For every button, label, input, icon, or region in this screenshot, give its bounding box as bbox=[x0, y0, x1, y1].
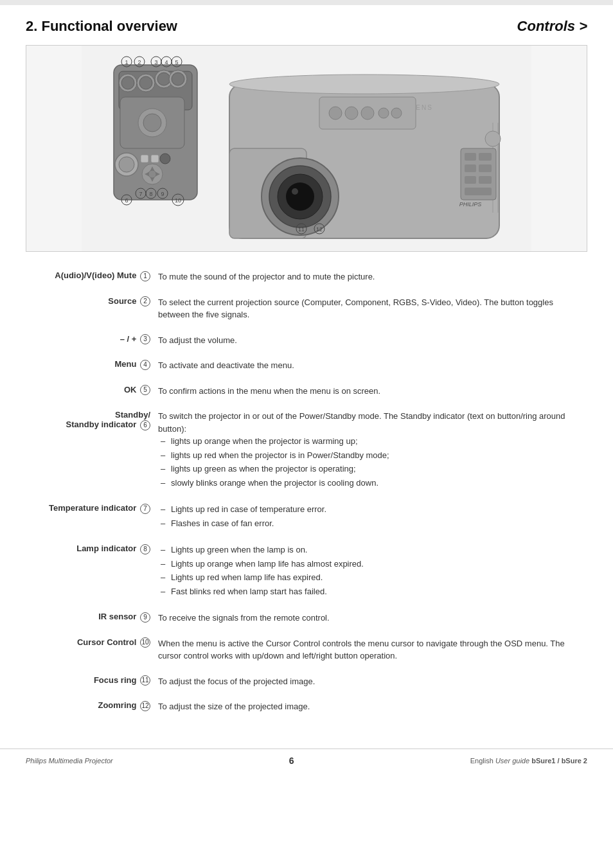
svg-text:6: 6 bbox=[125, 197, 128, 204]
ctrl-label-4: Menu 4 bbox=[26, 356, 154, 375]
svg-text:5: 5 bbox=[175, 59, 178, 66]
remote-panel: 1 2 3 4 5 bbox=[114, 57, 197, 206]
footer-left: Philips Multimedia Projector bbox=[26, 757, 113, 765]
svg-point-23 bbox=[143, 114, 161, 132]
table-row: – / + 3 To adjust the volume. bbox=[26, 331, 587, 350]
svg-rect-26 bbox=[141, 155, 148, 163]
ctrl-desc-8: Lights up green when the lamp is on. Lig… bbox=[154, 540, 587, 602]
svg-point-18 bbox=[157, 73, 170, 85]
spacer-row bbox=[26, 628, 587, 634]
ctrl-list-7: Lights up red in case of temperature err… bbox=[158, 503, 583, 529]
top-bar bbox=[0, 0, 613, 5]
list-item: Flashes in case of fan error. bbox=[158, 517, 583, 530]
section-title: 2. Functional overview bbox=[26, 18, 177, 35]
svg-text:12: 12 bbox=[316, 226, 323, 233]
ctrl-desc-4: To activate and deactivate the menu. bbox=[154, 356, 587, 375]
section-number: 2. bbox=[26, 18, 37, 34]
svg-point-67 bbox=[485, 131, 501, 146]
spacer-row bbox=[26, 602, 587, 608]
svg-rect-27 bbox=[151, 155, 159, 163]
svg-point-46 bbox=[229, 75, 499, 94]
ctrl-desc-6: To switch the projector in or out of the… bbox=[154, 407, 587, 493]
table-row: Zoomring 12 To adjust the size of the pr… bbox=[26, 697, 587, 716]
ctrl-desc-9: To receive the signals from the remote c… bbox=[154, 608, 587, 628]
ctrl-label-8: Lamp indicator 8 bbox=[26, 540, 154, 602]
list-item: Lights up orange when lamp life has almo… bbox=[158, 558, 583, 571]
ctrl-label-1: A(udio)/V(ideo) Mute 1 bbox=[26, 267, 154, 287]
section-title-text: Functional overview bbox=[41, 18, 177, 34]
footer-right: English User guide bSure1 / bSure 2 bbox=[470, 757, 587, 765]
svg-point-25 bbox=[119, 157, 134, 172]
svg-text:3: 3 bbox=[154, 59, 157, 66]
table-row: Source 2 To select the current projectio… bbox=[26, 293, 587, 324]
svg-point-59 bbox=[345, 107, 358, 120]
table-row: Standby/ Standby indicator 6 To switch t… bbox=[26, 407, 587, 493]
list-item: Fast blinks red when lamp start has fail… bbox=[158, 585, 583, 598]
svg-point-58 bbox=[329, 107, 342, 120]
ctrl-desc-1: To mute the sound of the projector and t… bbox=[154, 267, 587, 287]
list-item: lights up green as when the projector is… bbox=[158, 463, 583, 475]
section-subtitle: Controls > bbox=[517, 18, 587, 35]
projector-diagram-container: 1 2 3 4 5 bbox=[26, 45, 587, 252]
ctrl-desc-5: To confirm actions in the menu when the … bbox=[154, 382, 587, 401]
svg-rect-74 bbox=[479, 176, 492, 184]
list-item: Lights up red in case of temperature err… bbox=[158, 503, 583, 516]
list-item: Lights up green when the lamp is on. bbox=[158, 544, 583, 556]
footer-lang: English bbox=[470, 757, 493, 765]
svg-text:9: 9 bbox=[161, 191, 164, 197]
ctrl-label-2: Source 2 bbox=[26, 293, 154, 324]
svg-rect-72 bbox=[479, 164, 492, 172]
ctrl-label-5: OK 5 bbox=[26, 382, 154, 401]
header-row: 2. Functional overview Controls > bbox=[26, 18, 587, 35]
list-item: lights up orange when the projector is w… bbox=[158, 435, 583, 448]
ctrl-label-9: IR sensor 9 bbox=[26, 608, 154, 628]
svg-point-20 bbox=[172, 73, 184, 85]
ctrl-desc-10: When the menu is active the Cursor Contr… bbox=[154, 634, 587, 666]
table-row: Lamp indicator 8 Lights up green when th… bbox=[26, 540, 587, 602]
spacer-row bbox=[26, 287, 587, 293]
ctrl-desc-11: To adjust the focus of the projected ima… bbox=[154, 672, 587, 691]
svg-point-51 bbox=[286, 182, 314, 211]
svg-text:10: 10 bbox=[175, 197, 181, 204]
table-row: Focus ring 11 To adjust the focus of the… bbox=[26, 672, 587, 691]
ctrl-label-10: Cursor Control 10 bbox=[26, 634, 154, 666]
spacer-row bbox=[26, 666, 587, 672]
ctrl-label-3: – / + 3 bbox=[26, 331, 154, 350]
table-row: OK 5 To confirm actions in the menu when… bbox=[26, 382, 587, 401]
spacer-row bbox=[26, 350, 587, 356]
ctrl-label-12: Zoomring 12 bbox=[26, 697, 154, 716]
list-item: slowly blinks orange when the projector … bbox=[158, 477, 583, 490]
spacer-row bbox=[26, 493, 587, 500]
controls-table: A(udio)/V(ideo) Mute 1 To mute the sound… bbox=[26, 267, 587, 716]
ctrl-list-8: Lights up green when the lamp is on. Lig… bbox=[158, 544, 583, 598]
ctrl-label-6: Standby/ Standby indicator 6 bbox=[26, 407, 154, 493]
spacer-row bbox=[26, 534, 587, 540]
footer-guide: User guide bbox=[495, 757, 529, 765]
svg-text:11: 11 bbox=[298, 226, 305, 233]
projector-svg: 1 2 3 4 5 bbox=[26, 46, 587, 251]
page: 2. Functional overview Controls > bbox=[0, 0, 613, 868]
svg-point-16 bbox=[139, 76, 152, 89]
ctrl-list-6: lights up orange when the projector is w… bbox=[158, 435, 583, 489]
ctrl-label-11: Focus ring 11 bbox=[26, 672, 154, 691]
footer: Philips Multimedia Projector 6 English U… bbox=[0, 748, 613, 772]
svg-point-60 bbox=[361, 107, 374, 120]
svg-point-61 bbox=[378, 108, 389, 118]
ctrl-desc-6-text: To switch the projector in or out of the… bbox=[158, 411, 565, 434]
svg-rect-75 bbox=[465, 188, 492, 195]
footer-center: 6 bbox=[289, 756, 294, 766]
footer-model: bSure1 / bSure 2 bbox=[531, 757, 587, 765]
svg-point-34 bbox=[148, 170, 156, 178]
svg-rect-70 bbox=[479, 153, 492, 161]
ctrl-desc-12: To adjust the size of the projected imag… bbox=[154, 697, 587, 716]
table-row: A(udio)/V(ideo) Mute 1 To mute the sound… bbox=[26, 267, 587, 287]
spacer-row bbox=[26, 324, 587, 331]
table-row: Menu 4 To activate and deactivate the me… bbox=[26, 356, 587, 375]
svg-point-52 bbox=[292, 188, 298, 195]
svg-text:2: 2 bbox=[138, 59, 141, 66]
svg-text:7: 7 bbox=[139, 191, 142, 197]
svg-point-14 bbox=[121, 76, 134, 89]
svg-text:PHILIPS: PHILIPS bbox=[459, 201, 482, 208]
table-row: Cursor Control 10 When the menu is activ… bbox=[26, 634, 587, 666]
ctrl-desc-3: To adjust the volume. bbox=[154, 331, 587, 350]
